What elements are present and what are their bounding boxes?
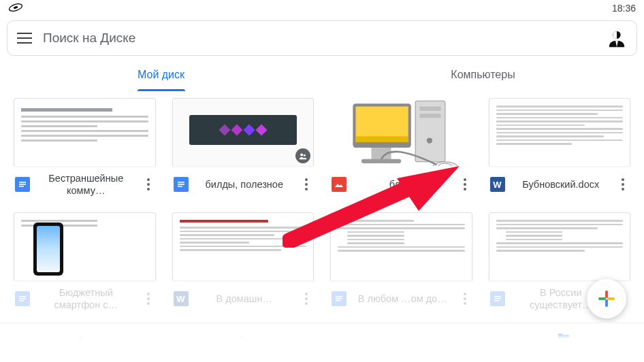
phone-illustration bbox=[33, 223, 63, 276]
file-card[interactable]: Бюджетный смартфон с… bbox=[14, 212, 156, 313]
file-title: Бестраншейные комму… bbox=[35, 172, 137, 197]
account-avatar[interactable] bbox=[607, 28, 627, 48]
file-thumbnail bbox=[330, 212, 472, 280]
file-title: В любом …ом до… bbox=[352, 293, 453, 305]
svg-rect-18 bbox=[419, 107, 440, 111]
svg-point-20 bbox=[427, 137, 432, 143]
svg-rect-28 bbox=[336, 300, 340, 301]
status-network-icon bbox=[8, 1, 23, 16]
google-docs-icon bbox=[174, 177, 189, 192]
svg-rect-14 bbox=[356, 136, 408, 142]
tab-my-drive[interactable]: Мой диск bbox=[0, 59, 322, 91]
file-thumbnail bbox=[172, 212, 315, 280]
word-file-icon: W bbox=[490, 177, 505, 192]
search-bar[interactable] bbox=[7, 20, 637, 56]
svg-rect-16 bbox=[361, 159, 401, 163]
nav-home[interactable] bbox=[0, 323, 161, 362]
more-options-icon[interactable] bbox=[300, 178, 312, 191]
svg-rect-9 bbox=[178, 182, 184, 183]
more-options-icon[interactable] bbox=[459, 293, 471, 305]
create-fab[interactable] bbox=[587, 279, 626, 318]
shared-icon bbox=[395, 335, 410, 350]
home-icon bbox=[73, 335, 88, 350]
file-title: Бубновский.docx bbox=[511, 178, 612, 191]
svg-point-1 bbox=[14, 5, 18, 9]
nav-shared[interactable] bbox=[322, 323, 483, 362]
svg-rect-36 bbox=[598, 297, 606, 300]
svg-rect-26 bbox=[336, 296, 342, 297]
svg-rect-11 bbox=[178, 186, 182, 187]
file-card[interactable]: Бестраншейные комму… bbox=[14, 98, 156, 199]
more-options-icon[interactable] bbox=[617, 178, 629, 191]
word-file-icon: W bbox=[174, 291, 189, 306]
google-docs-icon bbox=[490, 291, 505, 306]
svg-rect-6 bbox=[19, 186, 24, 187]
file-title: билды, полезное bbox=[194, 178, 295, 191]
folder-icon bbox=[556, 330, 571, 345]
svg-rect-5 bbox=[19, 184, 26, 185]
file-thumbnail bbox=[489, 98, 631, 166]
plus-icon bbox=[597, 289, 616, 308]
more-options-icon[interactable] bbox=[300, 293, 312, 305]
file-title: бло… bbox=[352, 178, 453, 191]
svg-point-38 bbox=[404, 339, 408, 342]
google-docs-icon bbox=[15, 177, 30, 192]
svg-rect-34 bbox=[607, 297, 615, 300]
more-options-icon[interactable] bbox=[459, 178, 471, 191]
svg-point-8 bbox=[304, 154, 306, 157]
svg-rect-31 bbox=[494, 300, 499, 301]
file-card[interactable]: билды, полезное bbox=[172, 98, 315, 199]
more-options-icon[interactable] bbox=[142, 178, 155, 191]
nav-label: Файлы bbox=[550, 346, 577, 356]
file-title: В домашн… bbox=[194, 293, 295, 305]
file-card[interactable]: W Бубновский.docx bbox=[489, 98, 631, 199]
file-card[interactable]: W В домашн… bbox=[172, 212, 315, 313]
svg-rect-35 bbox=[605, 299, 608, 307]
file-card[interactable]: бло… bbox=[330, 98, 472, 199]
svg-rect-19 bbox=[419, 114, 440, 118]
status-time: 18:36 bbox=[612, 3, 636, 14]
bottom-nav: Файлы bbox=[0, 323, 644, 362]
svg-rect-10 bbox=[178, 184, 184, 185]
svg-rect-23 bbox=[19, 296, 26, 297]
svg-point-7 bbox=[300, 154, 303, 157]
nav-starred[interactable] bbox=[161, 323, 323, 362]
more-options-icon[interactable] bbox=[142, 293, 155, 305]
nav-files[interactable]: Файлы bbox=[483, 323, 645, 362]
file-title: Бюджетный смартфон с… bbox=[35, 286, 137, 311]
star-icon bbox=[234, 335, 249, 350]
image-file-icon bbox=[332, 177, 347, 192]
svg-rect-25 bbox=[19, 300, 24, 301]
file-thumbnail bbox=[172, 98, 315, 166]
google-docs-icon bbox=[15, 291, 30, 306]
search-input[interactable] bbox=[43, 31, 596, 46]
svg-rect-33 bbox=[605, 291, 608, 298]
file-thumbnail bbox=[489, 212, 631, 280]
shared-badge-icon bbox=[295, 148, 310, 163]
file-thumbnail bbox=[330, 98, 472, 166]
drive-tabs: Мой диск Компьютеры bbox=[0, 59, 644, 91]
svg-rect-24 bbox=[19, 298, 26, 299]
tab-computers[interactable]: Компьютеры bbox=[322, 59, 644, 91]
svg-rect-4 bbox=[19, 182, 26, 183]
google-docs-icon bbox=[332, 291, 347, 306]
svg-rect-30 bbox=[494, 298, 501, 299]
svg-point-37 bbox=[398, 338, 402, 342]
file-card[interactable]: В любом …ом до… bbox=[330, 212, 472, 313]
status-bar: 18:36 bbox=[0, 0, 644, 16]
file-thumbnail bbox=[14, 212, 156, 280]
svg-rect-27 bbox=[336, 298, 342, 299]
file-thumbnail bbox=[14, 98, 156, 166]
svg-rect-29 bbox=[494, 296, 501, 297]
menu-icon[interactable] bbox=[17, 33, 32, 44]
